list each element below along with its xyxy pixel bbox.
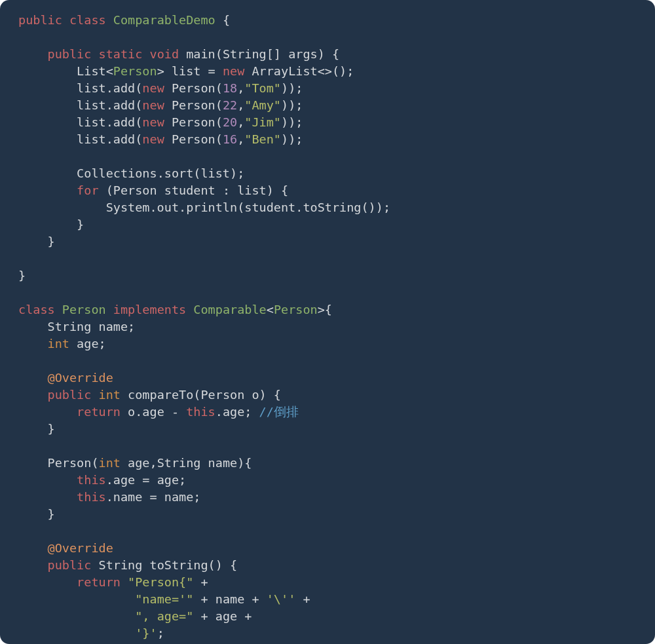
- code-token: list.add(: [77, 98, 142, 112]
- code-token: List<: [77, 64, 113, 78]
- code-token: '}': [135, 626, 157, 640]
- code-token: + name +: [193, 592, 266, 606]
- code-token: list.add(: [77, 115, 142, 129]
- code-token: this: [186, 405, 215, 419]
- code-token: (Person student : list) {: [99, 183, 289, 197]
- code-token: >{: [318, 303, 332, 316]
- code-token: .age;: [215, 405, 259, 419]
- code-token: .name = name;: [106, 490, 201, 504]
- code-token: Person: [274, 303, 318, 316]
- code-token: public: [48, 558, 92, 572]
- code-token: o.age -: [121, 405, 186, 419]
- code-token: return: [77, 575, 121, 589]
- code-token: }: [48, 507, 55, 521]
- code-token: //倒排: [259, 405, 299, 419]
- code-token: ComparableDemo: [113, 13, 215, 27]
- code-token: > list =: [157, 64, 223, 78]
- code-token: ));: [281, 132, 303, 146]
- code-token: [106, 303, 113, 316]
- code-token: <: [267, 303, 274, 316]
- code-token: new: [142, 115, 164, 129]
- code-token: compareTo(Person o) {: [121, 388, 281, 402]
- code-content: public class ComparableDemo { public sta…: [18, 13, 390, 644]
- code-token: Person(: [164, 98, 223, 112]
- code-token: void: [150, 47, 179, 61]
- code-token: ", age=": [135, 609, 193, 623]
- code-token: [91, 47, 98, 61]
- code-token: main(String[] args) {: [179, 47, 339, 61]
- code-token: @Override: [48, 541, 113, 555]
- code-token: int: [99, 456, 121, 470]
- code-token: class: [18, 303, 55, 316]
- code-token: }: [77, 218, 84, 231]
- code-token: ));: [281, 81, 303, 95]
- code-token: ;: [157, 626, 164, 640]
- code-token: String toString() {: [91, 558, 237, 572]
- code-token: 20: [223, 115, 237, 129]
- code-token: [121, 575, 128, 589]
- code-token: for: [77, 183, 98, 197]
- code-token: }: [48, 422, 55, 436]
- code-token: [142, 47, 149, 61]
- code-token: +: [295, 592, 310, 606]
- code-token: age,String name){: [121, 456, 252, 470]
- code-token: "Jim": [244, 115, 281, 129]
- code-token: Person(: [164, 115, 223, 129]
- code-token: ,: [237, 115, 244, 129]
- code-token: String name;: [48, 320, 136, 333]
- code-token: [91, 388, 98, 402]
- code-token: implements: [113, 303, 186, 316]
- code-token: Comparable: [193, 303, 266, 316]
- code-token: Person: [62, 303, 106, 316]
- code-token: list.add(: [77, 132, 142, 146]
- code-token: '\'': [267, 592, 296, 606]
- code-token: .age = age;: [106, 473, 187, 487]
- code-token: public: [18, 13, 62, 27]
- code-token: 16: [223, 132, 237, 146]
- code-token: int: [48, 337, 69, 350]
- code-token: "Amy": [244, 98, 281, 112]
- code-token: Person(: [164, 81, 223, 95]
- code-token: + age +: [193, 609, 252, 623]
- code-token: static: [99, 47, 143, 61]
- code-token: ));: [281, 115, 303, 129]
- code-token: new: [142, 81, 164, 95]
- code-token: "name='": [135, 592, 193, 606]
- code-token: "Tom": [244, 81, 281, 95]
- code-token: Person(: [164, 132, 223, 146]
- code-token: age;: [69, 337, 106, 350]
- code-token: list.add(: [77, 81, 142, 95]
- code-token: "Ben": [244, 132, 281, 146]
- code-token: ArrayList<>();: [244, 64, 354, 78]
- code-token: 22: [223, 98, 237, 112]
- code-token: Person: [113, 64, 157, 78]
- code-token: ));: [281, 98, 303, 112]
- code-token: public: [48, 388, 92, 402]
- code-token: Person(: [48, 456, 99, 470]
- code-token: int: [99, 388, 121, 402]
- code-token: [186, 303, 193, 316]
- code-token: public: [48, 47, 92, 61]
- code-token: Collections.sort(list);: [77, 166, 244, 180]
- code-token: 18: [223, 81, 237, 95]
- code-token: System.out.println(student.toString());: [106, 200, 390, 214]
- code-token: this: [77, 490, 106, 504]
- code-token: [55, 303, 62, 316]
- code-token: @Override: [48, 371, 113, 385]
- code-token: +: [193, 575, 208, 589]
- code-token: class: [69, 13, 106, 27]
- code-token: return: [77, 405, 121, 419]
- code-token: new: [223, 64, 244, 78]
- code-token: new: [142, 98, 164, 112]
- code-token: {: [215, 13, 230, 27]
- code-token: ,: [237, 81, 244, 95]
- code-token: ,: [237, 98, 244, 112]
- code-token: [106, 13, 113, 27]
- code-token: ,: [237, 132, 244, 146]
- code-editor[interactable]: public class ComparableDemo { public sta…: [0, 0, 655, 644]
- code-token: new: [142, 132, 164, 146]
- code-token: }: [48, 235, 55, 248]
- code-token: }: [18, 269, 26, 282]
- code-token: [62, 13, 69, 27]
- code-token: this: [77, 473, 106, 487]
